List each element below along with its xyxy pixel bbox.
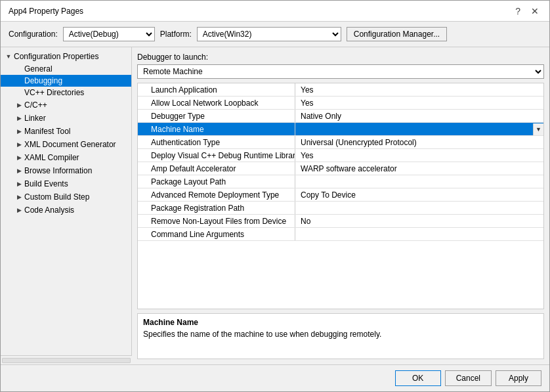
prop-value: Universal (Unencrypted Protocol) — [295, 137, 543, 148]
debugger-select[interactable]: Remote Machine — [137, 64, 544, 79]
prop-name: Package Registration Path — [138, 202, 295, 214]
prop-name: Authentication Type — [138, 136, 295, 148]
prop-row[interactable]: Launch ApplicationYes — [138, 83, 543, 97]
sidebar-item-config-props[interactable]: ▼Configuration Properties — [1, 50, 131, 63]
ok-button[interactable]: OK — [395, 370, 441, 386]
prop-value: WARP software accelerator — [295, 163, 543, 175]
sidebar-item-debugging[interactable]: Debugging — [1, 75, 131, 87]
tree-toggle-config-props[interactable]: ▼ — [3, 51, 14, 62]
sidebar-label-manifest-tool: Manifest Tool — [24, 127, 70, 136]
config-label: Configuration: — [9, 30, 58, 39]
sidebar-label-build-events: Build Events — [24, 179, 68, 188]
sidebar-item-code-analysis[interactable]: ▶Code Analysis — [1, 204, 131, 217]
title-bar-left: App4 Property Pages — [9, 7, 83, 16]
sidebar-item-build-events[interactable]: ▶Build Events — [1, 177, 131, 190]
sidebar-item-vc-dirs[interactable]: VC++ Directories — [1, 87, 131, 98]
prop-name: Launch Application — [138, 83, 295, 96]
sidebar-item-custom-build[interactable]: ▶Custom Build Step — [1, 190, 131, 204]
prop-row[interactable]: Deploy Visual C++ Debug Runtime Librarie… — [138, 149, 543, 162]
prop-row[interactable]: Package Layout Path — [138, 175, 543, 188]
prop-name: Amp Default Accelerator — [138, 162, 295, 175]
sidebar-item-manifest-tool[interactable]: ▶Manifest Tool — [1, 125, 131, 138]
tree-toggle-c-cpp[interactable]: ▶ — [14, 100, 24, 110]
sidebar-label-debugging: Debugging — [24, 76, 62, 85]
sidebar-label-general: General — [24, 64, 53, 74]
sidebar: ▼Configuration PropertiesGeneralDebuggin… — [1, 47, 132, 364]
sidebar-label-browse-info: Browse Information — [24, 166, 92, 175]
prop-value — [295, 233, 543, 236]
dialog-window: App4 Property Pages ? ✕ Configuration: A… — [0, 0, 550, 392]
prop-row[interactable]: Amp Default AcceleratorWARP software acc… — [138, 162, 543, 175]
title-bar-right: ? ✕ — [513, 5, 541, 18]
prop-row[interactable]: Authentication TypeUniversal (Unencrypte… — [138, 136, 543, 149]
prop-name: Package Layout Path — [138, 175, 295, 188]
tree-toggle-build-events[interactable]: ▶ — [14, 179, 24, 189]
prop-name: Remove Non-Layout Files from Device — [138, 215, 295, 227]
info-title: Machine Name — [143, 318, 538, 327]
sidebar-label-config-props: Configuration Properties — [14, 52, 98, 61]
sidebar-label-vc-dirs: VC++ Directories — [24, 88, 84, 97]
tree-toggle-xml-doc[interactable]: ▶ — [14, 139, 24, 150]
title-bar: App4 Property Pages ? ✕ — [1, 1, 549, 22]
prop-value: Yes — [295, 150, 543, 162]
configuration-select[interactable]: Active(Debug) — [63, 27, 155, 41]
prop-value: Yes — [295, 84, 543, 96]
prop-row[interactable]: Package Registration Path — [138, 202, 543, 215]
prop-name: Advanced Remote Deployment Type — [138, 188, 295, 201]
prop-value: Copy To Device — [295, 189, 543, 201]
sidebar-label-custom-build: Custom Build Step — [24, 192, 89, 202]
tree-toggle-linker[interactable]: ▶ — [14, 113, 24, 123]
sidebar-label-c-cpp: C/C++ — [24, 100, 47, 110]
close-button[interactable]: ✕ — [528, 5, 541, 18]
tree-toggle-custom-build[interactable]: ▶ — [14, 192, 24, 202]
prop-value — [295, 181, 543, 183]
prop-value — [295, 207, 543, 209]
prop-row[interactable]: Advanced Remote Deployment TypeCopy To D… — [138, 188, 543, 202]
sidebar-item-browse-info[interactable]: ▶Browse Information — [1, 164, 131, 177]
tree-toggle-manifest-tool[interactable]: ▶ — [14, 126, 24, 137]
property-grid: Launch ApplicationYesAllow Local Network… — [137, 83, 544, 309]
prop-row[interactable]: Command Line Arguments — [138, 228, 543, 241]
bottom-bar: OK Cancel Apply — [1, 364, 549, 391]
prop-value: Yes — [295, 97, 543, 109]
apply-button[interactable]: Apply — [496, 370, 541, 386]
info-description: Specifies the name of the machine to use… — [143, 330, 538, 339]
prop-name: Command Line Arguments — [138, 228, 295, 240]
prop-value: Native Only — [295, 110, 543, 122]
prop-row[interactable]: Machine Name▼ — [138, 123, 543, 136]
cancel-button[interactable]: Cancel — [445, 370, 492, 386]
prop-value — [295, 128, 533, 131]
prop-row[interactable]: Allow Local Network LoopbackYes — [138, 97, 543, 110]
tree-toggle-code-analysis[interactable]: ▶ — [14, 205, 24, 215]
platform-label: Platform: — [160, 30, 192, 39]
sidebar-item-c-cpp[interactable]: ▶C/C++ — [1, 98, 131, 112]
content-area: ▼Configuration PropertiesGeneralDebuggin… — [1, 47, 549, 364]
config-manager-button[interactable]: Configuration Manager... — [347, 27, 447, 41]
sidebar-label-linker: Linker — [24, 114, 46, 123]
platform-select[interactable]: Active(Win32) — [197, 27, 341, 41]
prop-name: Machine Name — [138, 123, 295, 135]
prop-name: Debugger Type — [138, 110, 295, 122]
debugger-label: Debugger to launch: — [137, 53, 544, 62]
tree-toggle-xaml-compiler[interactable]: ▶ — [14, 152, 24, 163]
sidebar-label-code-analysis: Code Analysis — [24, 206, 74, 215]
tree-toggle-browse-info[interactable]: ▶ — [14, 165, 24, 176]
scrollbar-track — [2, 358, 131, 363]
dialog-title: App4 Property Pages — [9, 7, 83, 16]
sidebar-label-xaml-compiler: XAML Compiler — [24, 153, 79, 162]
help-button[interactable]: ? — [513, 5, 523, 18]
sidebar-label-xml-doc: XML Document Generator — [24, 140, 116, 149]
prop-name: Allow Local Network Loopback — [138, 97, 295, 109]
sidebar-item-xml-doc[interactable]: ▶XML Document Generator — [1, 138, 131, 151]
sidebar-item-xaml-compiler[interactable]: ▶XAML Compiler — [1, 151, 131, 164]
sidebar-scrollbar[interactable] — [1, 355, 132, 364]
prop-row[interactable]: Debugger TypeNative Only — [138, 110, 543, 123]
main-panel: Debugger to launch: Remote Machine Launc… — [132, 47, 549, 364]
sidebar-item-linker[interactable]: ▶Linker — [1, 112, 131, 125]
prop-value: No — [295, 215, 543, 227]
info-panel: Machine Name Specifies the name of the m… — [137, 313, 544, 359]
prop-dropdown-btn[interactable]: ▼ — [533, 123, 543, 135]
sidebar-item-general[interactable]: General — [1, 63, 131, 75]
prop-name: Deploy Visual C++ Debug Runtime Librarie… — [138, 149, 295, 162]
prop-row[interactable]: Remove Non-Layout Files from DeviceNo — [138, 215, 543, 228]
